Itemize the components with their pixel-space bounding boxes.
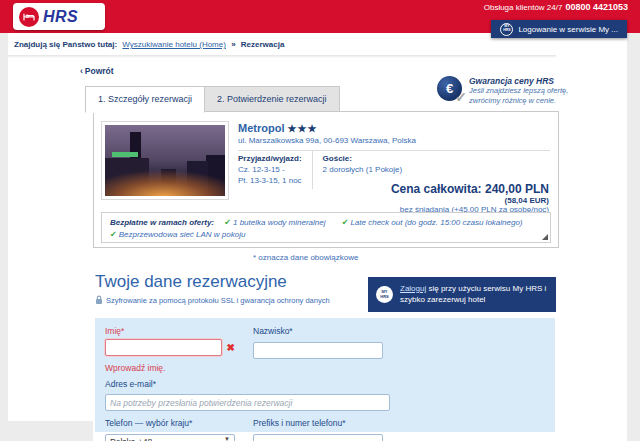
hotel-name: Metropol ★★★ [238,122,550,134]
myhrs-icon: MYHRS [376,286,393,303]
check-icon: ✔ [342,218,349,227]
lock-icon [95,295,103,305]
last-name-field: Nazwisko* [253,326,383,359]
checkin-date-2: Pt. 13-3-15, 1 noc [238,176,302,187]
free-offer-item: ✔Bezprzewodowa sieć LAN w pokoju [110,230,245,239]
required-fields-note: * oznacza dane obowiązkowe [253,253,358,262]
first-name-input[interactable] [105,339,222,356]
first-name-label: Imię* [105,326,235,336]
hotel-info: Metropol ★★★ ul. Marszalkowska 99a, 00-6… [238,122,550,189]
check-icon: ✔ [224,218,231,227]
back-link-label: Powrót [85,66,114,76]
breadcrumb-prefix: Znajdują się Państwo tutaj: [14,40,117,49]
error-x-icon: ✖ [227,342,235,353]
page-title: Twoje dane rezerwacyjne [95,272,287,292]
total-price-eur: (58,04 EUR) [391,196,549,205]
checkin-label: Przyjazd/wyjazd: [238,154,302,165]
price-block: Cena całkowita: 240,00 PLN (58,04 EUR) b… [391,182,549,214]
city-skyline-graphic [105,125,225,196]
support-number: 00800 4421053 [565,2,628,12]
free-offer-item: ✔Late check out (do godz. 15:00 czasu lo… [342,218,523,227]
free-offers-title: Bezpłatne w ramach oferty: [110,218,214,227]
content-divider [8,55,556,58]
support-label: Obsługa klientów 24/7 [484,3,563,12]
back-link[interactable]: ‹Powrót [80,66,114,76]
phone-country-select[interactable]: Polska +48 [105,434,235,441]
hotel-summary-panel: Metropol ★★★ ul. Marszalkowska 99a, 00-6… [93,111,559,248]
breadcrumb: Znajdują się Państwo tutaj: Wyszukiwanie… [14,40,284,49]
breadcrumb-home-link[interactable]: Wyszukiwanie hotelu (Home) [122,40,226,49]
phone-number-label: Prefiks i numer telefonu* [253,418,383,428]
myhrs-promo-banner[interactable]: MYHRS Zaloguj się przy użyciu serwisu My… [368,277,556,312]
star-rating: ★★★ [288,123,318,134]
phone-number-field: Prefiks i numer telefonu* [253,418,383,441]
hotel-address: ul. Marszalkowska 99a, 00-693 Warszawa, … [238,136,550,145]
phone-country-field: Telefon — wybór kraju* Polska +48 ▼ [105,418,235,441]
free-offer-item: ✔1 butelka wody mineralnej [224,218,325,227]
guests-value: 2 dorosłych (1 Pokoje) [323,165,540,176]
tab-reservation-confirmation[interactable]: 2. Potwierdzenie rezerwacji [205,86,340,113]
email-field: Adres e-mail* [105,379,390,412]
booking-form: Imię* ✖ Nazwisko* Wprowadź imię. Adres e… [95,318,555,432]
guests-label: Goście: [323,154,540,165]
check-icon: ✔ [110,230,117,239]
ssl-note: Szyfrowanie za pomocą protokołu SSL i gw… [95,295,330,305]
myhrs-promo-text: Zaloguj się przy użyciu serwisu My HRS i… [400,284,548,306]
last-name-input[interactable] [253,342,383,359]
euro-guarantee-icon: € ✓ [437,76,462,101]
phone-country-label: Telefon — wybór kraju* [105,418,235,428]
myhrs-icon: MYHRS [500,23,513,36]
first-name-field: Imię* ✖ [105,326,235,359]
chevron-left-icon: ‹ [80,66,83,76]
login-button-label: Logowanie w serwisie My ... [518,25,618,34]
email-input[interactable] [105,394,390,411]
guarantee-line1: Jeśli znajdziesz lepszą ofertę, [469,86,568,96]
myhrs-login-button[interactable]: MYHRS Logowanie w serwisie My ... [491,20,627,38]
step-tabs: 1. Szczegóły rezerwacji 2. Potwierdzenie… [85,86,340,113]
last-name-label: Nazwisko* [253,326,383,336]
guarantee-title: Gwarancja ceny HRS [469,76,568,86]
hotel-photo [101,121,229,200]
bed-icon [19,7,39,27]
hrs-logo-text: HRS [43,8,78,26]
support-phone: Obsługa klientów 24/700800 4421053 [484,2,628,12]
guarantee-line2: zwrócimy różnicę w cenie. [469,96,568,106]
first-name-error: Wprowadź imię. [105,363,545,373]
resize-handle-icon[interactable] [542,234,548,240]
total-price: Cena całkowita: 240,00 PLN [391,182,549,196]
hrs-logo[interactable]: HRS [13,3,105,30]
tab-reservation-details[interactable]: 1. Szczegóły rezerwacji [85,86,205,113]
price-guarantee: € ✓ Gwarancja ceny HRS Jeśli znajdziesz … [437,76,568,106]
breadcrumb-current: Rezerwacja [241,40,285,49]
phone-number-input[interactable] [253,434,383,441]
free-offers-box: Bezpłatne w ramach oferty: ✔1 butelka wo… [101,212,551,243]
guarantee-check-icon: ✓ [455,89,467,105]
checkin-date-1: Cz. 12-3-15 - [238,165,302,176]
myhrs-login-link[interactable]: Zaloguj [400,284,426,293]
email-label: Adres e-mail* [105,379,390,389]
breadcrumb-separator-icon: » [231,40,235,49]
